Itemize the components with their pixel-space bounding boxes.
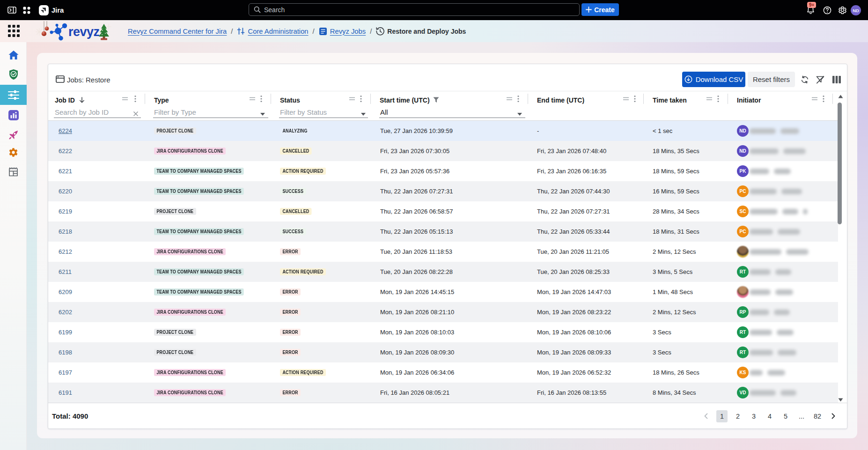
svg-text:revyz: revyz xyxy=(68,25,100,39)
